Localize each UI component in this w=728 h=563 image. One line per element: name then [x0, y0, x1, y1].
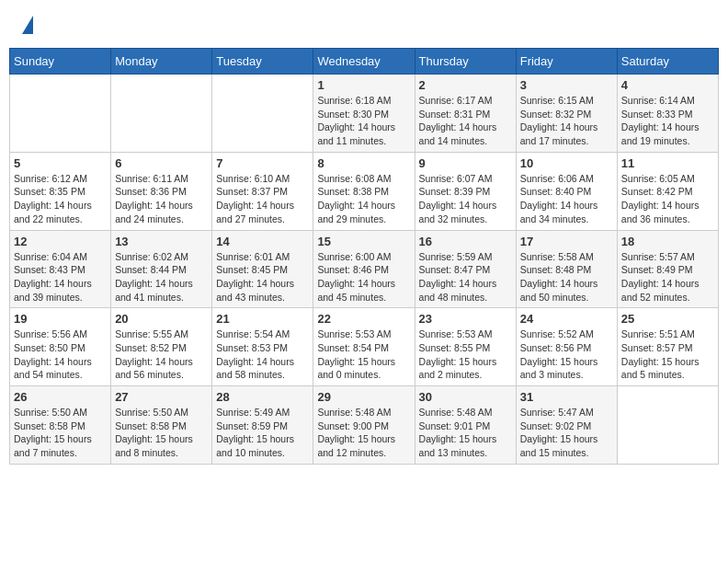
calendar-cell: 21Sunrise: 5:54 AMSunset: 8:53 PMDayligh… — [212, 308, 313, 386]
day-number: 30 — [419, 390, 512, 404]
day-info: Sunrise: 6:02 AMSunset: 8:44 PMDaylight:… — [115, 250, 208, 304]
day-info: Sunrise: 6:17 AMSunset: 8:31 PMDaylight:… — [419, 94, 512, 148]
day-info: Sunrise: 5:52 AMSunset: 8:56 PMDaylight:… — [520, 327, 613, 382]
calendar-cell: 8Sunrise: 6:08 AMSunset: 8:38 PMDaylight… — [313, 152, 415, 230]
calendar-cell: 12Sunrise: 6:04 AMSunset: 8:43 PMDayligh… — [10, 230, 111, 308]
calendar-cell: 18Sunrise: 5:57 AMSunset: 8:49 PMDayligh… — [617, 230, 718, 308]
calendar-cell: 27Sunrise: 5:50 AMSunset: 8:58 PMDayligh… — [111, 386, 212, 465]
calendar-cell: 24Sunrise: 5:52 AMSunset: 8:56 PMDayligh… — [516, 308, 617, 386]
day-number: 6 — [115, 156, 208, 170]
day-info: Sunrise: 6:08 AMSunset: 8:38 PMDaylight:… — [317, 172, 410, 226]
day-info: Sunrise: 5:53 AMSunset: 8:55 PMDaylight:… — [419, 327, 512, 382]
day-number: 15 — [317, 235, 410, 248]
day-number: 18 — [621, 235, 714, 248]
calendar-cell: 6Sunrise: 6:11 AMSunset: 8:36 PMDaylight… — [111, 152, 212, 230]
calendar-cell: 13Sunrise: 6:02 AMSunset: 8:44 PMDayligh… — [111, 230, 212, 308]
day-number: 21 — [216, 312, 309, 326]
day-number: 27 — [115, 390, 208, 404]
calendar-cell: 29Sunrise: 5:48 AMSunset: 9:00 PMDayligh… — [313, 386, 415, 465]
day-number: 12 — [14, 235, 107, 248]
calendar-header-row: SundayMondayTuesdayWednesdayThursdayFrid… — [10, 49, 719, 75]
calendar-cell: 19Sunrise: 5:56 AMSunset: 8:50 PMDayligh… — [10, 308, 111, 386]
day-info: Sunrise: 6:14 AMSunset: 8:33 PMDaylight:… — [621, 94, 714, 148]
calendar-cell — [212, 75, 313, 153]
day-number: 9 — [419, 156, 512, 170]
calendar-cell: 28Sunrise: 5:49 AMSunset: 8:59 PMDayligh… — [212, 386, 313, 465]
day-number: 17 — [520, 235, 613, 248]
calendar-week-row: 5Sunrise: 6:12 AMSunset: 8:35 PMDaylight… — [10, 152, 719, 230]
column-header-sunday: Sunday — [10, 49, 111, 75]
day-info: Sunrise: 5:58 AMSunset: 8:48 PMDaylight:… — [520, 250, 613, 304]
day-number: 13 — [115, 235, 208, 248]
day-info: Sunrise: 6:07 AMSunset: 8:39 PMDaylight:… — [419, 172, 512, 226]
calendar-cell: 25Sunrise: 5:51 AMSunset: 8:57 PMDayligh… — [617, 308, 718, 386]
day-info: Sunrise: 5:49 AMSunset: 8:59 PMDaylight:… — [216, 406, 309, 460]
day-number: 25 — [621, 312, 714, 326]
calendar-week-row: 1Sunrise: 6:18 AMSunset: 8:30 PMDaylight… — [10, 75, 719, 153]
day-info: Sunrise: 5:55 AMSunset: 8:52 PMDaylight:… — [115, 327, 208, 382]
day-number: 14 — [216, 235, 309, 248]
calendar-cell — [617, 386, 718, 465]
day-number: 1 — [317, 78, 410, 92]
calendar-cell: 16Sunrise: 5:59 AMSunset: 8:47 PMDayligh… — [415, 230, 516, 308]
day-info: Sunrise: 6:05 AMSunset: 8:42 PMDaylight:… — [621, 172, 714, 226]
day-number: 20 — [115, 312, 208, 326]
calendar-cell: 2Sunrise: 6:17 AMSunset: 8:31 PMDaylight… — [415, 75, 516, 153]
day-info: Sunrise: 5:48 AMSunset: 9:00 PMDaylight:… — [317, 406, 410, 460]
day-number: 2 — [419, 78, 512, 92]
logo-triangle-icon — [22, 16, 33, 34]
day-number: 26 — [14, 390, 107, 404]
calendar-table: SundayMondayTuesdayWednesdayThursdayFrid… — [9, 48, 719, 465]
day-number: 5 — [14, 156, 107, 170]
column-header-saturday: Saturday — [617, 49, 718, 75]
calendar-cell: 1Sunrise: 6:18 AMSunset: 8:30 PMDaylight… — [313, 75, 415, 153]
day-number: 7 — [216, 156, 309, 170]
day-info: Sunrise: 5:48 AMSunset: 9:01 PMDaylight:… — [419, 406, 512, 460]
column-header-thursday: Thursday — [415, 49, 516, 75]
day-info: Sunrise: 6:01 AMSunset: 8:45 PMDaylight:… — [216, 250, 309, 304]
calendar-cell: 10Sunrise: 6:06 AMSunset: 8:40 PMDayligh… — [516, 152, 617, 230]
calendar-cell: 15Sunrise: 6:00 AMSunset: 8:46 PMDayligh… — [313, 230, 415, 308]
day-number: 24 — [520, 312, 613, 326]
calendar-cell: 4Sunrise: 6:14 AMSunset: 8:33 PMDaylight… — [617, 75, 718, 153]
day-number: 3 — [520, 78, 613, 92]
day-number: 28 — [216, 390, 309, 404]
calendar-cell: 23Sunrise: 5:53 AMSunset: 8:55 PMDayligh… — [415, 308, 516, 386]
column-header-tuesday: Tuesday — [212, 49, 313, 75]
day-number: 16 — [419, 235, 512, 248]
calendar-week-row: 12Sunrise: 6:04 AMSunset: 8:43 PMDayligh… — [10, 230, 719, 308]
day-info: Sunrise: 5:56 AMSunset: 8:50 PMDaylight:… — [14, 327, 107, 382]
day-info: Sunrise: 6:12 AMSunset: 8:35 PMDaylight:… — [14, 172, 107, 226]
day-info: Sunrise: 6:00 AMSunset: 8:46 PMDaylight:… — [317, 250, 410, 304]
day-info: Sunrise: 5:57 AMSunset: 8:49 PMDaylight:… — [621, 250, 714, 304]
calendar-cell: 11Sunrise: 6:05 AMSunset: 8:42 PMDayligh… — [617, 152, 718, 230]
day-number: 23 — [419, 312, 512, 326]
day-info: Sunrise: 5:47 AMSunset: 9:02 PMDaylight:… — [520, 406, 613, 460]
calendar-cell: 17Sunrise: 5:58 AMSunset: 8:48 PMDayligh… — [516, 230, 617, 308]
calendar-cell — [111, 75, 212, 153]
calendar-week-row: 26Sunrise: 5:50 AMSunset: 8:58 PMDayligh… — [10, 386, 719, 465]
day-info: Sunrise: 6:15 AMSunset: 8:32 PMDaylight:… — [520, 94, 613, 148]
day-number: 31 — [520, 390, 613, 404]
day-number: 19 — [14, 312, 107, 326]
calendar-cell: 20Sunrise: 5:55 AMSunset: 8:52 PMDayligh… — [111, 308, 212, 386]
calendar-cell: 14Sunrise: 6:01 AMSunset: 8:45 PMDayligh… — [212, 230, 313, 308]
day-info: Sunrise: 5:50 AMSunset: 8:58 PMDaylight:… — [115, 406, 208, 460]
day-number: 8 — [317, 156, 410, 170]
calendar-cell: 7Sunrise: 6:10 AMSunset: 8:37 PMDaylight… — [212, 152, 313, 230]
calendar-cell: 3Sunrise: 6:15 AMSunset: 8:32 PMDaylight… — [516, 75, 617, 153]
calendar-cell: 22Sunrise: 5:53 AMSunset: 8:54 PMDayligh… — [313, 308, 415, 386]
day-number: 10 — [520, 156, 613, 170]
day-info: Sunrise: 6:06 AMSunset: 8:40 PMDaylight:… — [520, 172, 613, 226]
day-number: 22 — [317, 312, 410, 326]
column-header-friday: Friday — [516, 49, 617, 75]
day-number: 11 — [621, 156, 714, 170]
day-info: Sunrise: 5:59 AMSunset: 8:47 PMDaylight:… — [419, 250, 512, 304]
day-info: Sunrise: 6:11 AMSunset: 8:36 PMDaylight:… — [115, 172, 208, 226]
day-info: Sunrise: 5:53 AMSunset: 8:54 PMDaylight:… — [317, 327, 410, 382]
calendar-week-row: 19Sunrise: 5:56 AMSunset: 8:50 PMDayligh… — [10, 308, 719, 386]
calendar-cell: 31Sunrise: 5:47 AMSunset: 9:02 PMDayligh… — [516, 386, 617, 465]
column-header-wednesday: Wednesday — [313, 49, 415, 75]
day-info: Sunrise: 5:54 AMSunset: 8:53 PMDaylight:… — [216, 327, 309, 382]
calendar-cell: 9Sunrise: 6:07 AMSunset: 8:39 PMDaylight… — [415, 152, 516, 230]
